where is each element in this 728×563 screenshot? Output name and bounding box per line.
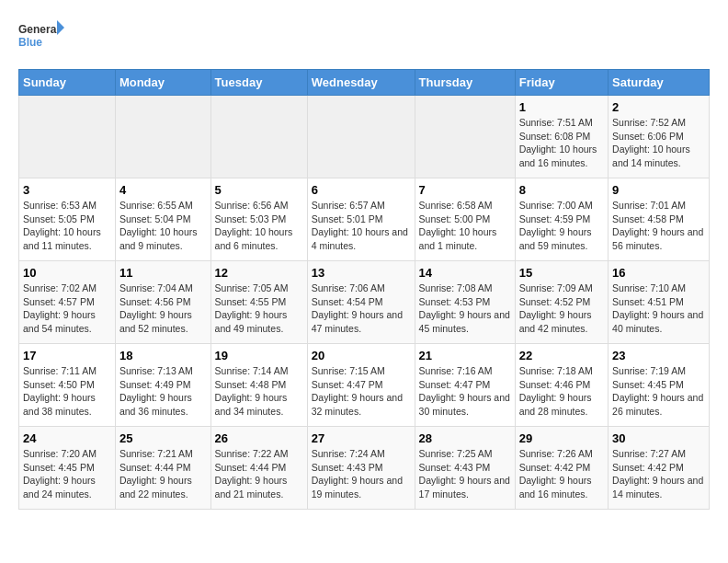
- day-info: Sunrise: 7:14 AM Sunset: 4:48 PM Dayligh…: [215, 364, 303, 419]
- calendar-cell: 9Sunrise: 7:01 AM Sunset: 4:58 PM Daylig…: [609, 178, 710, 261]
- calendar-cell: 17Sunrise: 7:11 AM Sunset: 4:50 PM Dayli…: [19, 344, 116, 427]
- calendar-cell: [115, 96, 210, 178]
- header: General Blue: [18, 18, 710, 60]
- day-info: Sunrise: 6:55 AM Sunset: 5:04 PM Dayligh…: [119, 199, 207, 253]
- day-number: 9: [612, 183, 705, 197]
- calendar-cell: 21Sunrise: 7:16 AM Sunset: 4:47 PM Dayli…: [415, 344, 515, 427]
- calendar-week-row: 3Sunrise: 6:53 AM Sunset: 5:05 PM Daylig…: [19, 178, 710, 261]
- day-number: 8: [519, 183, 604, 197]
- day-info: Sunrise: 7:27 AM Sunset: 4:42 PM Dayligh…: [612, 447, 705, 501]
- calendar-week-row: 24Sunrise: 7:20 AM Sunset: 4:45 PM Dayli…: [19, 427, 710, 510]
- calendar-cell: 15Sunrise: 7:09 AM Sunset: 4:52 PM Dayli…: [515, 261, 608, 344]
- day-number: 27: [312, 431, 411, 445]
- calendar-cell: 29Sunrise: 7:26 AM Sunset: 4:42 PM Dayli…: [515, 427, 608, 510]
- day-info: Sunrise: 7:20 AM Sunset: 4:45 PM Dayligh…: [23, 447, 111, 501]
- calendar-cell: [19, 96, 116, 178]
- day-info: Sunrise: 7:02 AM Sunset: 4:57 PM Dayligh…: [23, 282, 111, 336]
- calendar-cell: 7Sunrise: 6:58 AM Sunset: 5:00 PM Daylig…: [415, 178, 515, 261]
- day-number: 21: [419, 349, 511, 362]
- calendar-cell: 3Sunrise: 6:53 AM Sunset: 5:05 PM Daylig…: [19, 178, 116, 261]
- calendar-table: SundayMondayTuesdayWednesdayThursdayFrid…: [18, 69, 710, 510]
- day-info: Sunrise: 7:21 AM Sunset: 4:44 PM Dayligh…: [119, 447, 207, 501]
- day-info: Sunrise: 7:04 AM Sunset: 4:56 PM Dayligh…: [119, 282, 207, 336]
- day-number: 17: [23, 349, 111, 362]
- calendar-header-row: SundayMondayTuesdayWednesdayThursdayFrid…: [19, 70, 710, 96]
- day-number: 6: [312, 183, 411, 197]
- day-info: Sunrise: 7:19 AM Sunset: 4:45 PM Dayligh…: [612, 364, 705, 419]
- day-number: 14: [419, 266, 511, 280]
- day-info: Sunrise: 7:13 AM Sunset: 4:49 PM Dayligh…: [119, 364, 207, 419]
- day-number: 22: [519, 349, 604, 362]
- calendar-cell: 1Sunrise: 7:51 AM Sunset: 6:08 PM Daylig…: [515, 96, 608, 178]
- logo-svg: General Blue: [18, 18, 64, 60]
- day-info: Sunrise: 7:15 AM Sunset: 4:47 PM Dayligh…: [312, 364, 411, 419]
- day-info: Sunrise: 6:58 AM Sunset: 5:00 PM Dayligh…: [419, 199, 511, 253]
- calendar-cell: 5Sunrise: 6:56 AM Sunset: 5:03 PM Daylig…: [210, 178, 307, 261]
- calendar-header-saturday: Saturday: [609, 70, 710, 96]
- day-number: 10: [23, 266, 111, 280]
- calendar-cell: 16Sunrise: 7:10 AM Sunset: 4:51 PM Dayli…: [609, 261, 710, 344]
- day-number: 19: [215, 349, 303, 362]
- calendar-header-tuesday: Tuesday: [210, 70, 307, 96]
- day-number: 11: [119, 266, 207, 280]
- calendar-header-thursday: Thursday: [415, 70, 515, 96]
- calendar-cell: 22Sunrise: 7:18 AM Sunset: 4:46 PM Dayli…: [515, 344, 608, 427]
- day-number: 23: [612, 349, 705, 362]
- svg-text:General: General: [18, 23, 60, 36]
- day-number: 30: [612, 431, 705, 445]
- day-number: 5: [215, 183, 303, 197]
- day-number: 25: [119, 431, 207, 445]
- calendar-cell: 30Sunrise: 7:27 AM Sunset: 4:42 PM Dayli…: [609, 427, 710, 510]
- day-info: Sunrise: 7:09 AM Sunset: 4:52 PM Dayligh…: [519, 282, 604, 336]
- day-info: Sunrise: 7:01 AM Sunset: 4:58 PM Dayligh…: [612, 199, 705, 253]
- calendar-cell: 8Sunrise: 7:00 AM Sunset: 4:59 PM Daylig…: [515, 178, 608, 261]
- day-info: Sunrise: 6:57 AM Sunset: 5:01 PM Dayligh…: [312, 199, 411, 253]
- day-info: Sunrise: 7:26 AM Sunset: 4:42 PM Dayligh…: [519, 447, 604, 501]
- day-number: 7: [419, 183, 511, 197]
- day-info: Sunrise: 7:18 AM Sunset: 4:46 PM Dayligh…: [519, 364, 604, 419]
- day-number: 12: [215, 266, 303, 280]
- day-info: Sunrise: 7:05 AM Sunset: 4:55 PM Dayligh…: [215, 282, 303, 336]
- day-info: Sunrise: 7:10 AM Sunset: 4:51 PM Dayligh…: [612, 282, 705, 336]
- day-info: Sunrise: 7:24 AM Sunset: 4:43 PM Dayligh…: [312, 447, 411, 501]
- calendar-cell: 6Sunrise: 6:57 AM Sunset: 5:01 PM Daylig…: [307, 178, 415, 261]
- calendar-cell: 20Sunrise: 7:15 AM Sunset: 4:47 PM Dayli…: [307, 344, 415, 427]
- day-info: Sunrise: 6:56 AM Sunset: 5:03 PM Dayligh…: [215, 199, 303, 253]
- logo: General Blue: [18, 18, 64, 60]
- day-number: 26: [215, 431, 303, 445]
- day-number: 18: [119, 349, 207, 362]
- day-number: 24: [23, 431, 111, 445]
- calendar-cell: 26Sunrise: 7:22 AM Sunset: 4:44 PM Dayli…: [210, 427, 307, 510]
- day-number: 4: [119, 183, 207, 197]
- svg-text:Blue: Blue: [18, 36, 42, 49]
- calendar-week-row: 10Sunrise: 7:02 AM Sunset: 4:57 PM Dayli…: [19, 261, 710, 344]
- calendar-cell: [415, 96, 515, 178]
- calendar-header-sunday: Sunday: [19, 70, 116, 96]
- calendar-cell: 10Sunrise: 7:02 AM Sunset: 4:57 PM Dayli…: [19, 261, 116, 344]
- calendar-cell: 2Sunrise: 7:52 AM Sunset: 6:06 PM Daylig…: [609, 96, 710, 178]
- calendar-header-wednesday: Wednesday: [307, 70, 415, 96]
- calendar-cell: 19Sunrise: 7:14 AM Sunset: 4:48 PM Dayli…: [210, 344, 307, 427]
- day-info: Sunrise: 7:52 AM Sunset: 6:06 PM Dayligh…: [612, 116, 705, 170]
- calendar-cell: 12Sunrise: 7:05 AM Sunset: 4:55 PM Dayli…: [210, 261, 307, 344]
- calendar-cell: 27Sunrise: 7:24 AM Sunset: 4:43 PM Dayli…: [307, 427, 415, 510]
- day-info: Sunrise: 7:51 AM Sunset: 6:08 PM Dayligh…: [519, 116, 604, 170]
- day-info: Sunrise: 7:25 AM Sunset: 4:43 PM Dayligh…: [419, 447, 511, 501]
- day-number: 1: [519, 100, 604, 114]
- day-number: 15: [519, 266, 604, 280]
- day-info: Sunrise: 7:16 AM Sunset: 4:47 PM Dayligh…: [419, 364, 511, 419]
- calendar-cell: 24Sunrise: 7:20 AM Sunset: 4:45 PM Dayli…: [19, 427, 116, 510]
- svg-marker-2: [57, 20, 64, 35]
- calendar-week-row: 1Sunrise: 7:51 AM Sunset: 6:08 PM Daylig…: [19, 96, 710, 178]
- calendar-cell: 14Sunrise: 7:08 AM Sunset: 4:53 PM Dayli…: [415, 261, 515, 344]
- calendar-cell: 25Sunrise: 7:21 AM Sunset: 4:44 PM Dayli…: [115, 427, 210, 510]
- calendar-cell: 13Sunrise: 7:06 AM Sunset: 4:54 PM Dayli…: [307, 261, 415, 344]
- day-info: Sunrise: 7:00 AM Sunset: 4:59 PM Dayligh…: [519, 199, 604, 253]
- day-number: 3: [23, 183, 111, 197]
- day-info: Sunrise: 7:22 AM Sunset: 4:44 PM Dayligh…: [215, 447, 303, 501]
- calendar-cell: 11Sunrise: 7:04 AM Sunset: 4:56 PM Dayli…: [115, 261, 210, 344]
- day-number: 28: [419, 431, 511, 445]
- day-number: 13: [312, 266, 411, 280]
- day-info: Sunrise: 7:08 AM Sunset: 4:53 PM Dayligh…: [419, 282, 511, 336]
- calendar-cell: 23Sunrise: 7:19 AM Sunset: 4:45 PM Dayli…: [609, 344, 710, 427]
